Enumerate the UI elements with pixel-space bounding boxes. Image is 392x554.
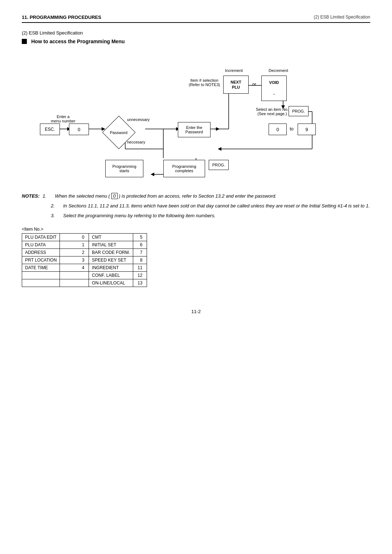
box-next-plu: NEXT PLU xyxy=(223,76,249,94)
box-enter-password: Enter the Password xyxy=(178,122,211,137)
table-cell-right-label: BAR CODE FORM. xyxy=(89,249,133,256)
label-unnecessary: unnecessary xyxy=(127,117,150,122)
table-row: PLU DATA1INITIAL SET6 xyxy=(22,241,147,249)
label-enter-menu: Enter amenu number xyxy=(51,114,75,123)
table-cell-right-num: 8 xyxy=(133,256,147,264)
page-header: 11. PROGRAMMING PROCEDURES (2) ESB Limit… xyxy=(22,15,370,23)
box-void: VOID - xyxy=(261,76,287,101)
table-cell-left-num: 4 xyxy=(60,264,89,272)
table-row: PLU DATA EDIT0CMT5 xyxy=(22,234,147,241)
svg-marker-28 xyxy=(216,127,220,131)
section-subtitle: (2) ESB Limited Specification xyxy=(314,15,370,20)
box-prog-bottom: PROG. xyxy=(209,160,229,170)
note-text-1: When the selected menu ( 0 ) is protecte… xyxy=(55,193,277,200)
label-select-item: Select an item No.(See next page.) xyxy=(256,107,289,116)
box-programming-starts: Programming starts xyxy=(105,160,143,177)
table-row: ON-LINE/LOCAL13 xyxy=(22,279,147,287)
box-programming-completes: Programming completes xyxy=(163,160,205,177)
notes-section: NOTES: 1. When the selected menu ( 0 ) i… xyxy=(22,193,370,219)
label-to: to xyxy=(290,126,294,132)
table-cell-left-num: 0 xyxy=(60,234,89,241)
table-cell-right-num: 5 xyxy=(133,234,147,241)
table-row: CONF. LABEL12 xyxy=(22,272,147,279)
note-text-3: Select the programming menu by referring… xyxy=(63,212,216,220)
note-num-2: 2. xyxy=(51,202,57,210)
diagram: Increment Decrement NEXT PLU or VOID - I… xyxy=(22,51,370,182)
box-zero-left: 0 xyxy=(69,124,89,135)
box-esc: ESC. xyxy=(40,124,60,135)
box-password-label: Password xyxy=(110,130,127,134)
note-text-2: In Sections 11.1, 11.2 and 11.3, items w… xyxy=(63,202,370,210)
svg-marker-23 xyxy=(218,147,221,151)
label-or: or xyxy=(252,82,256,87)
table-cell-right-label: CONF. LABEL xyxy=(89,272,133,279)
table-cell-right-num: 6 xyxy=(133,241,147,249)
table-cell-left-label: DATE TIME xyxy=(22,264,60,272)
label-neccesary: neccesary xyxy=(127,140,145,144)
note-item-1: NOTES: 1. When the selected menu ( 0 ) i… xyxy=(22,193,370,200)
table-cell-left-num: 2 xyxy=(60,249,89,256)
note-item-2: 2. In Sections 11.1, 11.2 and 11.3, item… xyxy=(51,202,370,210)
page-number: 11-2 xyxy=(191,309,201,314)
table-cell-left-num: 3 xyxy=(60,256,89,264)
table-cell-left-label: PLU DATA xyxy=(22,241,60,249)
note-item-3: 3. Select the programming menu by referr… xyxy=(51,212,370,220)
box-nine: 9 xyxy=(298,124,316,135)
note-num-1: 1. xyxy=(42,193,48,200)
note-num-3: 3. xyxy=(51,212,57,220)
table-cell-right-num: 11 xyxy=(133,264,147,272)
table-cell-left-label: PRT LOCATION xyxy=(22,256,60,264)
page-footer: 11-2 xyxy=(22,309,370,314)
label-item-selection: Item # selection(Refer to NOTE3) xyxy=(189,78,220,87)
table-row: ADDRESS2BAR CODE FORM.7 xyxy=(22,249,147,256)
table-row: DATE TIME4INGREDIENT11 xyxy=(22,264,147,272)
section-title: 11. PROGRAMMING PROCEDURES xyxy=(22,15,101,20)
table-cell-left-num: 1 xyxy=(60,241,89,249)
item-table: PLU DATA EDIT0CMT5PLU DATA1INITIAL SET6A… xyxy=(22,233,147,287)
label-decrement: Decrement xyxy=(269,68,288,73)
table-cell-right-label: INGREDIENT xyxy=(89,264,133,272)
table-cell-right-label: CMT xyxy=(89,234,133,241)
bullet-square xyxy=(22,39,27,44)
label-increment: Increment xyxy=(225,68,243,73)
table-cell-right-label: INITIAL SET xyxy=(89,241,133,249)
box-zero-right: 0 xyxy=(269,124,287,135)
table-cell-left-label: ADDRESS xyxy=(22,249,60,256)
item-table-label: <Item No.> xyxy=(22,227,370,232)
table-cell-right-num: 7 xyxy=(133,249,147,256)
table-cell-right-num: 12 xyxy=(133,272,147,279)
esb-label: (2) ESB Limited Specification xyxy=(22,30,370,36)
table-row: PRT LOCATION3SPEED KEY SET8 xyxy=(22,256,147,264)
table-cell-right-label: ON-LINE/LOCAL xyxy=(89,279,133,287)
table-cell-left-label: PLU DATA EDIT xyxy=(22,234,60,241)
table-cell-right-label: SPEED KEY SET xyxy=(89,256,133,264)
how-to-title: How to access the Programming Menu xyxy=(22,39,370,44)
table-cell-right-num: 13 xyxy=(133,279,147,287)
box-prog-top: PROG. xyxy=(289,106,309,116)
svg-marker-26 xyxy=(151,173,154,176)
notes-label: NOTES: xyxy=(22,193,40,200)
